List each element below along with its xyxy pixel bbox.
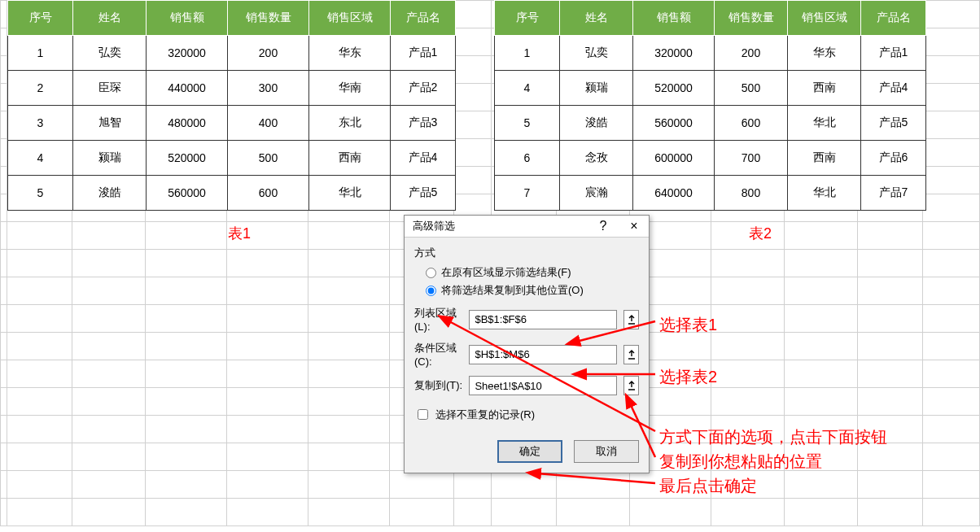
table-row[interactable]: 4颍瑞520000500西南产品4 bbox=[495, 71, 926, 106]
cell[interactable]: 200 bbox=[715, 36, 788, 71]
column-header[interactable]: 姓名 bbox=[73, 1, 147, 36]
cell[interactable]: 华东 bbox=[309, 36, 391, 71]
cell[interactable]: 600000 bbox=[633, 141, 715, 176]
table-row[interactable]: 2臣琛440000300华南产品2 bbox=[8, 71, 456, 106]
column-header[interactable]: 销售区域 bbox=[309, 1, 391, 36]
table-1[interactable]: 序号姓名销售额销售数量销售区域产品名1弘奕320000200华东产品12臣琛44… bbox=[7, 0, 456, 211]
table-row[interactable]: 6念孜600000700西南产品6 bbox=[495, 141, 926, 176]
cell[interactable]: 3 bbox=[8, 106, 73, 141]
cell[interactable]: 5 bbox=[495, 106, 560, 141]
cell[interactable]: 产品3 bbox=[391, 106, 456, 141]
cell[interactable]: 产品7 bbox=[861, 176, 926, 211]
table-row[interactable]: 1弘奕320000200华东产品1 bbox=[495, 36, 926, 71]
dialog-titlebar[interactable]: 高级筛选 ? × bbox=[405, 216, 649, 238]
list-range-picker-button[interactable] bbox=[623, 310, 639, 329]
cell[interactable]: 产品5 bbox=[861, 106, 926, 141]
cell[interactable]: 宸瀚 bbox=[560, 176, 633, 211]
cell[interactable]: 产品1 bbox=[861, 36, 926, 71]
cell[interactable]: 520000 bbox=[633, 71, 715, 106]
cell[interactable]: 臣琛 bbox=[73, 71, 147, 106]
cell[interactable]: 西南 bbox=[309, 141, 391, 176]
cancel-button[interactable]: 取消 bbox=[574, 440, 639, 463]
cell[interactable]: 640000 bbox=[633, 176, 715, 211]
cell[interactable]: 320000 bbox=[633, 36, 715, 71]
cell[interactable]: 产品2 bbox=[391, 71, 456, 106]
cell[interactable]: 300 bbox=[228, 71, 309, 106]
criteria-range-input[interactable] bbox=[469, 345, 617, 364]
cell[interactable]: 400 bbox=[228, 106, 309, 141]
cell[interactable]: 颍瑞 bbox=[560, 71, 633, 106]
cell[interactable]: 浚皓 bbox=[560, 106, 633, 141]
table-row[interactable]: 1弘奕320000200华东产品1 bbox=[8, 36, 456, 71]
column-header[interactable]: 销售数量 bbox=[715, 1, 788, 36]
cell[interactable]: 520000 bbox=[147, 141, 228, 176]
cell[interactable]: 弘奕 bbox=[560, 36, 633, 71]
column-header[interactable]: 销售额 bbox=[633, 1, 715, 36]
cell[interactable]: 440000 bbox=[147, 71, 228, 106]
cell[interactable]: 1 bbox=[495, 36, 560, 71]
unique-records-checkbox-row[interactable]: 选择不重复的记录(R) bbox=[414, 407, 639, 422]
cell[interactable]: 500 bbox=[228, 141, 309, 176]
cell[interactable]: 念孜 bbox=[560, 141, 633, 176]
cell[interactable]: 华北 bbox=[788, 176, 861, 211]
cell[interactable]: 西南 bbox=[788, 71, 861, 106]
cell[interactable]: 产品6 bbox=[861, 141, 926, 176]
table-2[interactable]: 序号姓名销售额销售数量销售区域产品名1弘奕320000200华东产品14颍瑞52… bbox=[494, 0, 926, 211]
help-button[interactable]: ? bbox=[595, 219, 611, 233]
cell[interactable]: 5 bbox=[8, 176, 73, 211]
cell[interactable]: 东北 bbox=[309, 106, 391, 141]
cell[interactable]: 6 bbox=[495, 141, 560, 176]
column-header[interactable]: 产品名 bbox=[861, 1, 926, 36]
radio-filter-in-place[interactable]: 在原有区域显示筛选结果(F) bbox=[426, 265, 639, 280]
cell[interactable]: 560000 bbox=[633, 106, 715, 141]
list-range-input[interactable] bbox=[469, 310, 617, 329]
cell[interactable]: 500 bbox=[715, 71, 788, 106]
cell[interactable]: 西南 bbox=[788, 141, 861, 176]
copy-to-picker-button[interactable] bbox=[623, 376, 639, 395]
cell[interactable]: 华东 bbox=[788, 36, 861, 71]
cell[interactable]: 4 bbox=[8, 141, 73, 176]
column-header[interactable]: 序号 bbox=[8, 1, 73, 36]
table-row[interactable]: 4颍瑞520000500西南产品4 bbox=[8, 141, 456, 176]
criteria-range-picker-button[interactable] bbox=[623, 345, 639, 364]
cell[interactable]: 200 bbox=[228, 36, 309, 71]
cell[interactable]: 800 bbox=[715, 176, 788, 211]
column-header[interactable]: 产品名 bbox=[391, 1, 456, 36]
radio-in-place-input[interactable] bbox=[426, 268, 436, 278]
table-row[interactable]: 5浚皓560000600华北产品5 bbox=[495, 106, 926, 141]
cell[interactable]: 华南 bbox=[309, 71, 391, 106]
column-header[interactable]: 销售数量 bbox=[228, 1, 309, 36]
unique-records-checkbox[interactable] bbox=[418, 409, 428, 420]
column-header[interactable]: 序号 bbox=[495, 1, 560, 36]
cell[interactable]: 华北 bbox=[309, 176, 391, 211]
cell[interactable]: 产品4 bbox=[391, 141, 456, 176]
table-row[interactable]: 7宸瀚640000800华北产品7 bbox=[495, 176, 926, 211]
cell[interactable]: 旭智 bbox=[73, 106, 147, 141]
cell[interactable]: 7 bbox=[495, 176, 560, 211]
table-row[interactable]: 3旭智480000400东北产品3 bbox=[8, 106, 456, 141]
cell[interactable]: 产品5 bbox=[391, 176, 456, 211]
cell[interactable]: 浚皓 bbox=[73, 176, 147, 211]
cell[interactable]: 产品4 bbox=[861, 71, 926, 106]
cell[interactable]: 4 bbox=[495, 71, 560, 106]
cell[interactable]: 600 bbox=[228, 176, 309, 211]
column-header[interactable]: 销售额 bbox=[147, 1, 228, 36]
cell[interactable]: 600 bbox=[715, 106, 788, 141]
cell[interactable]: 产品1 bbox=[391, 36, 456, 71]
cell[interactable]: 480000 bbox=[147, 106, 228, 141]
cell[interactable]: 560000 bbox=[147, 176, 228, 211]
cell[interactable]: 320000 bbox=[147, 36, 228, 71]
column-header[interactable]: 销售区域 bbox=[788, 1, 861, 36]
column-header[interactable]: 姓名 bbox=[560, 1, 633, 36]
cell[interactable]: 弘奕 bbox=[73, 36, 147, 71]
cell[interactable]: 2 bbox=[8, 71, 73, 106]
copy-to-input[interactable] bbox=[469, 376, 617, 395]
ok-button[interactable]: 确定 bbox=[497, 440, 562, 463]
cell[interactable]: 颍瑞 bbox=[73, 141, 147, 176]
cell[interactable]: 700 bbox=[715, 141, 788, 176]
close-button[interactable]: × bbox=[626, 219, 642, 233]
radio-copy-input[interactable] bbox=[426, 286, 436, 296]
cell[interactable]: 1 bbox=[8, 36, 73, 71]
table-row[interactable]: 5浚皓560000600华北产品5 bbox=[8, 176, 456, 211]
cell[interactable]: 华北 bbox=[788, 106, 861, 141]
